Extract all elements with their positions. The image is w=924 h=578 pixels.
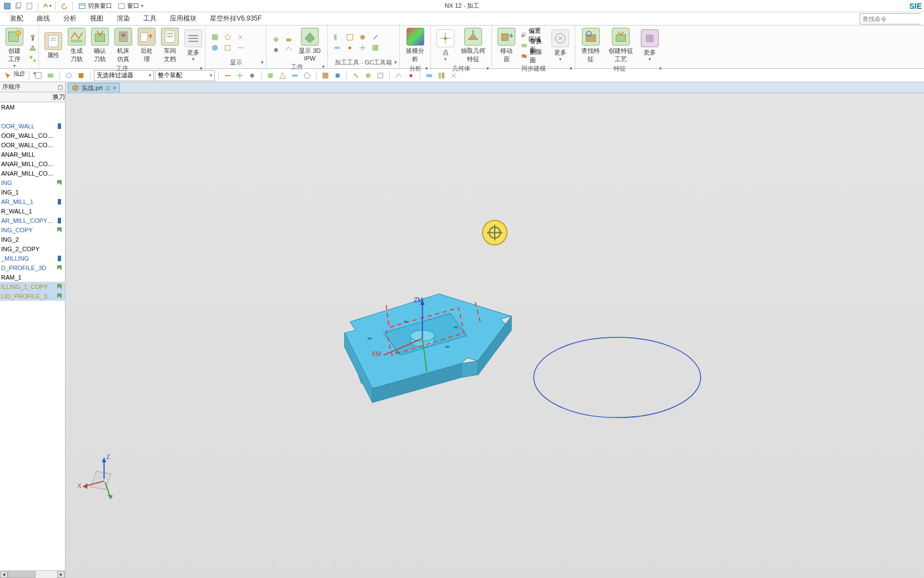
menu-curve[interactable]: 曲线: [30, 12, 57, 26]
operation-tree[interactable]: RAMOOR_WALLOOR_WALL_COPYOOR_WALL_COP...A…: [0, 102, 65, 570]
group-expand-icon[interactable]: ▾: [425, 66, 428, 71]
more-g2-button[interactable]: 更多▾: [182, 28, 204, 63]
menu-analysis[interactable]: 分析: [57, 12, 83, 26]
qat-undo-icon[interactable]: [59, 1, 69, 11]
tb-icon-d[interactable]: [265, 70, 276, 81]
3d-viewport[interactable]: ZM XM Z: [66, 93, 924, 578]
disp-icon-1[interactable]: [209, 32, 221, 42]
tb-icon-e[interactable]: [277, 70, 288, 81]
menu-assembly[interactable]: 装配: [3, 12, 30, 26]
gc-icon-5[interactable]: [331, 43, 343, 53]
close-tab-icon[interactable]: ×: [113, 84, 116, 91]
machine-sim-button[interactable]: 机床仿真: [112, 27, 134, 64]
wp-icon-3[interactable]: [270, 45, 282, 55]
tree-item[interactable]: OOR_WALL_COPY: [0, 131, 65, 140]
command-search[interactable]: [860, 13, 921, 24]
tb-icon-g[interactable]: [302, 70, 313, 81]
move-face-button[interactable]: 移动面: [495, 27, 518, 64]
disp-icon-6[interactable]: [234, 43, 247, 53]
group-expand-icon[interactable]: ▾: [261, 59, 264, 65]
disp-icon-5[interactable]: [222, 43, 234, 53]
file-tab[interactable]: 实战.prt 🗋 ×: [68, 83, 120, 93]
tb-icon-k[interactable]: [363, 70, 374, 81]
tree-item[interactable]: ANAR_MILL_COP...: [0, 168, 65, 178]
tb-icon-j[interactable]: [350, 70, 361, 81]
more-g8-button[interactable]: 更多▾: [549, 28, 571, 63]
disp-icon-3[interactable]: [234, 32, 247, 42]
tb-icon-c[interactable]: [247, 70, 258, 81]
delete-face-button[interactable]: 删除面: [519, 51, 548, 61]
tree-item[interactable]: R_WALL_1: [0, 206, 65, 216]
command-search-input[interactable]: [860, 14, 924, 24]
qat-paste-icon[interactable]: [24, 1, 34, 11]
tree-item[interactable]: ILLING_1_COPY: [0, 282, 65, 291]
tb-icon-i[interactable]: [332, 70, 343, 81]
menu-tools[interactable]: 工具: [137, 12, 163, 26]
gc-icon-1[interactable]: [331, 32, 343, 42]
create-operation-button[interactable]: 创建工序▾: [3, 27, 26, 69]
tree-item[interactable]: RAM_1: [0, 272, 65, 282]
draft-analysis-button[interactable]: 拔模分析: [403, 27, 427, 64]
point-button[interactable]: 点▾: [434, 28, 456, 63]
group-expand-icon[interactable]: ▾: [33, 71, 36, 76]
window-menu-button[interactable]: 窗口▾: [116, 2, 145, 10]
show-3d-ipw-button[interactable]: 显示 3D IPW: [296, 27, 324, 63]
tree-item[interactable]: ING: [0, 178, 65, 187]
tree-item[interactable]: ANAR_MILL: [0, 150, 65, 159]
gc-icon-2[interactable]: [344, 32, 356, 42]
properties-button[interactable]: 属性: [42, 31, 64, 61]
qat-save-icon[interactable]: [2, 1, 12, 11]
tb-icon-a[interactable]: [222, 70, 233, 81]
gc-icon-6[interactable]: [344, 43, 356, 53]
create-feature-process-button[interactable]: 创建特征工艺: [604, 27, 637, 64]
tree-item[interactable]: ING_COPY: [0, 225, 65, 235]
h-scrollbar[interactable]: ◂ ▸: [0, 570, 65, 578]
tree-item[interactable]: OOR_WALL_COP...: [0, 140, 65, 150]
postprocess-button[interactable]: 后处理: [135, 27, 158, 64]
gc-icon-3[interactable]: [356, 32, 369, 42]
verify-toolpath-button[interactable]: 确认刀轨: [89, 27, 111, 64]
more-g9-button[interactable]: 更多▾: [639, 28, 661, 63]
tb-icon-f[interactable]: [289, 70, 300, 81]
group-expand-icon[interactable]: ▾: [394, 59, 397, 65]
group-expand-icon[interactable]: ▾: [200, 66, 203, 71]
find-feature-button[interactable]: 查找特征: [579, 27, 602, 64]
tool-icon[interactable]: [27, 33, 39, 43]
tree-item[interactable]: ING_2: [0, 235, 65, 244]
tb-icon-l[interactable]: [375, 70, 386, 81]
geometry-icon[interactable]: [27, 43, 39, 53]
menu-plugin[interactable]: 星空外挂V6.935F: [203, 12, 268, 26]
switch-window-button[interactable]: 切换窗口: [76, 2, 114, 10]
extract-geom-button[interactable]: 抽取几何特征: [458, 27, 488, 64]
qat-copy-icon[interactable]: [13, 1, 23, 11]
menu-view[interactable]: 视图: [83, 12, 110, 26]
scroll-thumb[interactable]: [8, 571, 36, 578]
tree-item[interactable]: [0, 112, 65, 121]
generate-toolpath-button[interactable]: 生成刀轨: [66, 27, 88, 64]
method-icon[interactable]: [27, 54, 39, 64]
tree-item[interactable]: OOR_WALL: [0, 121, 65, 131]
tree-item[interactable]: ANAR_MILL_COPY: [0, 159, 65, 168]
wp-icon-2[interactable]: [283, 34, 295, 44]
tree-item[interactable]: LID_PROFILE_3D...: [0, 291, 65, 301]
menu-render[interactable]: 渲染: [110, 12, 137, 26]
menu-app-module[interactable]: 应用模块: [163, 12, 203, 26]
gc-icon-7[interactable]: [356, 43, 369, 53]
tb-icon-h[interactable]: [320, 70, 331, 81]
gc-icon-8[interactable]: [369, 43, 381, 53]
disp-icon-2[interactable]: [222, 32, 234, 42]
scroll-right-icon[interactable]: ▸: [57, 571, 65, 578]
gc-icon-4[interactable]: [369, 32, 381, 42]
disp-icon-4[interactable]: [209, 43, 221, 53]
tree-item[interactable]: ING_2_COPY: [0, 244, 65, 253]
tb-icon-b[interactable]: [234, 70, 245, 81]
tree-item[interactable]: RAM: [0, 102, 65, 112]
scroll-left-icon[interactable]: ◂: [0, 571, 8, 578]
wp-icon-4[interactable]: [283, 45, 295, 55]
group-expand-icon[interactable]: ▾: [486, 66, 489, 71]
tree-item[interactable]: AR_MILL_1: [0, 197, 65, 206]
tree-item[interactable]: D_PROFILE_3D: [0, 263, 65, 272]
wp-icon-1[interactable]: [270, 34, 282, 44]
tb-icon-m[interactable]: [393, 70, 404, 81]
group-expand-icon[interactable]: ▾: [322, 64, 325, 69]
